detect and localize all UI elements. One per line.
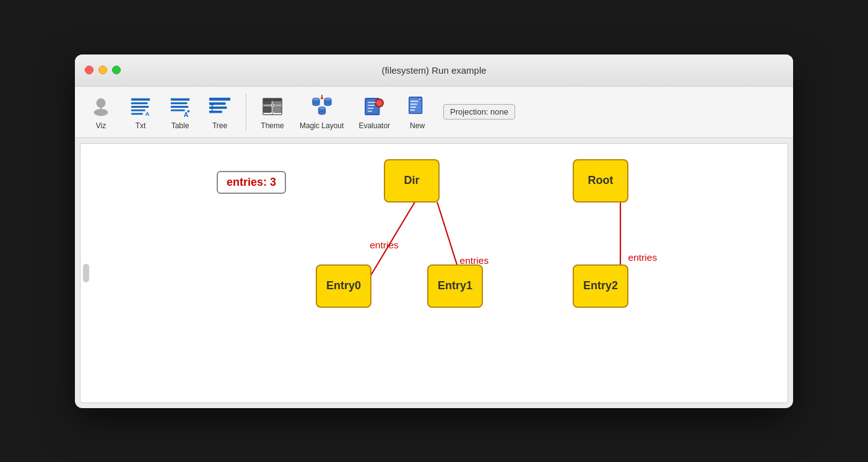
viz-button[interactable]: Viz <box>82 90 119 134</box>
svg-rect-25 <box>274 107 282 113</box>
theme-icon <box>261 95 284 118</box>
txt-icon-area: A <box>128 94 153 119</box>
new-icon <box>406 95 429 118</box>
evaluator-icon-area <box>362 94 387 119</box>
svg-rect-11 <box>171 106 189 108</box>
svg-rect-52 <box>410 109 415 110</box>
node-entry0[interactable]: Entry0 <box>316 264 371 308</box>
txt-label: Txt <box>136 121 146 130</box>
toolbar: Viz A Txt <box>75 87 793 138</box>
svg-rect-45 <box>367 105 374 106</box>
svg-rect-5 <box>131 106 149 108</box>
projection-badge: Projection: none <box>443 104 515 120</box>
maximize-button[interactable] <box>112 66 121 74</box>
evaluator-button[interactable]: Evaluator <box>352 90 396 134</box>
svg-point-43 <box>376 100 383 106</box>
node-root-label: Root <box>588 174 614 187</box>
node-dir-label: Dir <box>404 174 419 187</box>
txt-icon: A <box>129 95 152 118</box>
node-entry2[interactable]: Entry2 <box>573 264 628 308</box>
svg-point-37 <box>318 107 325 110</box>
svg-rect-51 <box>410 107 417 108</box>
svg-rect-9 <box>171 98 189 100</box>
svg-point-31 <box>312 98 319 101</box>
theme-icon-area <box>260 94 285 119</box>
svg-rect-12 <box>171 109 185 111</box>
svg-rect-3 <box>131 98 150 100</box>
node-entry1-label: Entry1 <box>438 279 472 292</box>
new-label: New <box>410 121 425 130</box>
svg-rect-23 <box>263 107 271 113</box>
svg-point-1 <box>94 108 108 115</box>
svg-point-35 <box>324 102 331 105</box>
magic-layout-icon-area <box>310 94 334 119</box>
tree-label: Tree <box>212 121 227 130</box>
txt-button[interactable]: A Txt <box>122 90 159 134</box>
scroll-handle[interactable] <box>83 264 89 282</box>
entries-label: entries: 3 <box>217 171 286 194</box>
tree-button[interactable]: Tree <box>201 90 238 134</box>
close-button[interactable] <box>85 66 93 74</box>
new-button[interactable]: New <box>399 90 436 134</box>
node-root[interactable]: Root <box>573 159 628 203</box>
svg-rect-44 <box>367 102 375 103</box>
toolbar-separator <box>246 94 246 131</box>
tree-icon-area <box>207 94 232 119</box>
tree-icon <box>208 95 232 118</box>
node-entry0-label: Entry0 <box>326 279 361 292</box>
svg-point-32 <box>312 102 319 105</box>
svg-rect-49 <box>410 100 419 102</box>
svg-point-0 <box>96 98 105 107</box>
node-dir[interactable]: Dir <box>384 159 440 203</box>
title-bar: (filesystem) Run example <box>75 54 793 87</box>
node-entry1[interactable]: Entry1 <box>427 264 483 308</box>
svg-rect-50 <box>410 103 417 105</box>
evaluator-icon <box>363 95 386 118</box>
new-icon-area <box>405 94 430 119</box>
minimize-button[interactable] <box>98 66 107 74</box>
svg-rect-19 <box>209 110 222 113</box>
theme-label: Theme <box>261 121 284 130</box>
svg-text:A: A <box>145 110 150 117</box>
svg-point-38 <box>318 111 325 115</box>
svg-rect-4 <box>131 102 148 104</box>
svg-point-34 <box>324 98 331 101</box>
magic-layout-icon <box>310 95 334 118</box>
svg-rect-16 <box>209 97 230 100</box>
viz-label: Viz <box>96 121 106 130</box>
evaluator-label: Evaluator <box>358 121 390 130</box>
viz-icon <box>89 95 113 118</box>
svg-rect-47 <box>367 110 372 111</box>
traffic-lights <box>85 66 121 74</box>
svg-text:entries: entries <box>370 240 399 250</box>
table-icon-area: A <box>168 94 193 119</box>
theme-button[interactable]: Theme <box>254 90 291 134</box>
table-button[interactable]: A Table <box>162 90 199 134</box>
svg-rect-46 <box>367 107 373 108</box>
svg-text:A: A <box>184 111 189 118</box>
window-title: (filesystem) Run example <box>381 65 486 76</box>
table-label: Table <box>171 121 189 130</box>
graph-canvas[interactable]: entries: 3 entries entries entries Dir <box>80 143 788 403</box>
svg-rect-40 <box>321 95 323 99</box>
node-entry2-label: Entry2 <box>583 279 618 292</box>
magic-layout-button[interactable]: Magic Layout <box>293 90 350 134</box>
svg-rect-10 <box>171 102 188 104</box>
app-window: (filesystem) Run example Viz <box>75 54 793 408</box>
svg-text:entries: entries <box>628 252 658 263</box>
svg-rect-6 <box>131 109 145 111</box>
table-icon: A <box>168 95 192 118</box>
viz-icon-area <box>89 94 113 119</box>
magic-layout-label: Magic Layout <box>300 121 344 130</box>
svg-rect-7 <box>131 113 143 115</box>
